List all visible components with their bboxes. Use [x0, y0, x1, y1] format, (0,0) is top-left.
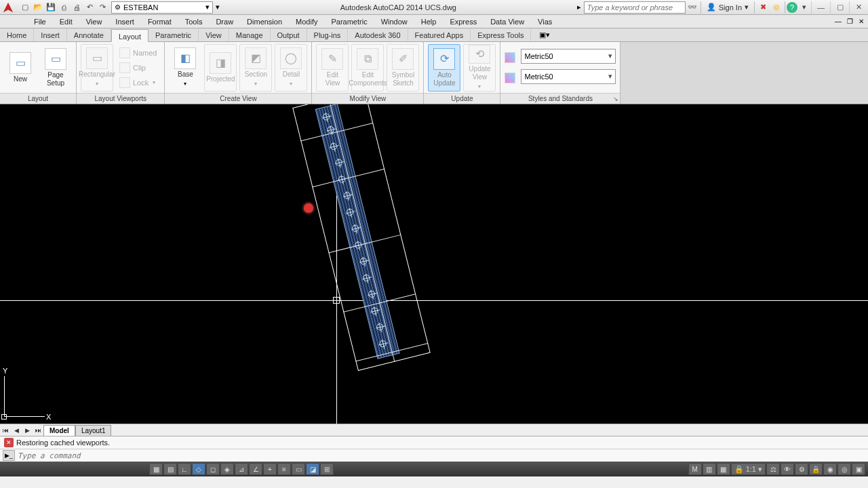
- tab-output[interactable]: Output: [271, 28, 307, 41]
- tab-insert[interactable]: Insert: [34, 28, 67, 41]
- menu-express[interactable]: Express: [443, 15, 484, 28]
- workspace-selector[interactable]: ⚙ ESTEBAN ▾: [111, 1, 213, 14]
- title-expand-icon[interactable]: ▸: [574, 3, 584, 12]
- doc-restore-button[interactable]: ❐: [844, 16, 855, 26]
- save-icon[interactable]: 💾: [45, 1, 57, 14]
- tab-prev-icon[interactable]: ◀: [11, 425, 22, 436]
- help-dropdown-icon[interactable]: ▾: [797, 1, 811, 14]
- drawing-area[interactable]: X Y: [0, 104, 868, 424]
- menu-vias[interactable]: Vias: [531, 15, 559, 28]
- qp-toggle[interactable]: ◪: [306, 463, 319, 475]
- symbol-sketch-button[interactable]: ✐ Symbol Sketch: [387, 44, 419, 92]
- menu-modify[interactable]: Modify: [289, 15, 324, 28]
- clean-screen[interactable]: ▣: [852, 463, 865, 475]
- signin-button[interactable]: 👤 Sign In ▾: [703, 3, 753, 12]
- edit-view-button[interactable]: ✎ Edit View: [316, 44, 349, 92]
- isolate-objects[interactable]: ◎: [837, 463, 851, 475]
- tab-manage[interactable]: Manage: [229, 28, 271, 41]
- quickview-drawings[interactable]: ▦: [717, 463, 730, 475]
- tab-next-icon[interactable]: ▶: [22, 425, 33, 436]
- dyn-toggle[interactable]: +: [263, 463, 277, 475]
- rectangular-button[interactable]: ▭ Rectangular ▾: [81, 44, 113, 92]
- menu-dimension[interactable]: Dimension: [240, 15, 289, 28]
- quickview-layouts[interactable]: ▥: [703, 463, 716, 475]
- tab-home[interactable]: Home: [0, 28, 34, 41]
- tab-express[interactable]: Express Tools: [471, 28, 531, 41]
- tab-last-icon[interactable]: ⏭: [33, 425, 43, 436]
- help-search-input[interactable]: [584, 1, 686, 14]
- tab-model[interactable]: Model: [43, 425, 75, 436]
- close-button[interactable]: ✕: [849, 1, 868, 14]
- clip-viewport-button[interactable]: Clip: [116, 61, 160, 75]
- projected-view-button[interactable]: ◨ Projected: [204, 44, 237, 92]
- detail-view-button[interactable]: ◯ Detail ▾: [275, 44, 307, 92]
- close-cmdline-icon[interactable]: ✕: [4, 438, 14, 447]
- open-icon[interactable]: 📂: [32, 1, 44, 14]
- tab-featured[interactable]: Featured Apps: [408, 28, 471, 41]
- workspace-switch[interactable]: ⚙: [795, 463, 808, 475]
- autodesk360-icon[interactable]: ◎: [770, 1, 783, 14]
- menu-format[interactable]: Format: [141, 15, 178, 28]
- menu-edit[interactable]: Edit: [53, 15, 79, 28]
- otrack-toggle[interactable]: ⊿: [235, 463, 248, 475]
- print-icon[interactable]: 🖨: [71, 1, 83, 14]
- command-prompt-icon[interactable]: ▶_: [3, 450, 15, 461]
- annovisibility-toggle[interactable]: 👁: [781, 463, 794, 475]
- panel-expand-icon[interactable]: ↘: [613, 96, 618, 102]
- sc-toggle[interactable]: ⊞: [320, 463, 334, 475]
- section-view-button[interactable]: ◩ Section ▾: [239, 44, 272, 92]
- polar-toggle[interactable]: ◇: [192, 463, 205, 475]
- undo-icon[interactable]: ↶: [83, 1, 96, 14]
- menu-view[interactable]: View: [79, 15, 109, 28]
- tab-annotate[interactable]: Annotate: [67, 28, 111, 41]
- tab-first-icon[interactable]: ⏮: [0, 425, 11, 436]
- qat-expand-icon[interactable]: ▾: [213, 3, 222, 12]
- snap-toggle[interactable]: ▦: [149, 463, 163, 475]
- maximize-button[interactable]: ▢: [830, 1, 849, 14]
- new-layout-button[interactable]: ▭ New: [4, 44, 37, 92]
- hardware-accel[interactable]: ◉: [823, 463, 837, 475]
- doc-close-button[interactable]: ✕: [856, 16, 867, 26]
- menu-help[interactable]: Help: [414, 15, 443, 28]
- edit-components-button[interactable]: ⧉ Edit Components: [351, 44, 384, 92]
- tab-view[interactable]: View: [199, 28, 229, 41]
- menu-insert[interactable]: Insert: [108, 15, 141, 28]
- tab-layout1[interactable]: Layout1: [75, 425, 112, 436]
- page-setup-button[interactable]: ▭ Page Setup: [39, 44, 72, 92]
- osnap-toggle[interactable]: ◻: [206, 463, 220, 475]
- search-icon[interactable]: 👓: [686, 1, 699, 14]
- ribbon-endcap-icon[interactable]: ▣▾: [531, 28, 558, 41]
- annotation-scale[interactable]: 🔒 1:1 ▾: [731, 463, 766, 475]
- menu-draw[interactable]: Draw: [209, 15, 240, 28]
- plot-icon[interactable]: ⎙: [58, 1, 70, 14]
- menu-parametric[interactable]: Parametric: [324, 15, 374, 28]
- section-style-combo[interactable]: Metric50: [521, 49, 616, 64]
- toolbar-lock[interactable]: 🔒: [809, 463, 823, 475]
- menu-tools[interactable]: Tools: [178, 15, 210, 28]
- annoscale-toggle[interactable]: ⚖: [766, 463, 780, 475]
- model-paper-toggle[interactable]: M: [688, 463, 702, 475]
- tab-parametric[interactable]: Parametric: [149, 28, 199, 41]
- osnap3d-toggle[interactable]: ◈: [220, 463, 234, 475]
- lock-viewport-button[interactable]: Lock▾: [116, 76, 160, 89]
- tpy-toggle[interactable]: ▭: [292, 463, 305, 475]
- tab-autodesk360[interactable]: Autodesk 360: [348, 28, 408, 41]
- ortho-toggle[interactable]: ∟: [178, 463, 191, 475]
- new-icon[interactable]: ▢: [19, 1, 31, 14]
- exchange-icon[interactable]: ✖: [756, 1, 770, 14]
- app-logo[interactable]: [1, 1, 15, 14]
- named-viewport-button[interactable]: Named: [116, 46, 160, 60]
- minimize-button[interactable]: —: [811, 1, 830, 14]
- lwt-toggle[interactable]: ≡: [277, 463, 291, 475]
- doc-minimize-button[interactable]: —: [833, 16, 844, 26]
- menu-file[interactable]: File: [27, 15, 53, 28]
- ducs-toggle[interactable]: ∠: [249, 463, 262, 475]
- auto-update-button[interactable]: ⟳ Auto Update: [428, 44, 460, 92]
- tab-layout[interactable]: Layout: [111, 29, 149, 42]
- tab-plugins[interactable]: Plug-ins: [307, 28, 349, 41]
- menu-window[interactable]: Window: [374, 15, 414, 28]
- update-view-button[interactable]: ⟲ Update View ▾: [463, 44, 496, 92]
- grid-toggle[interactable]: ▤: [163, 463, 177, 475]
- detail-style-combo[interactable]: Metric50: [521, 69, 616, 84]
- redo-icon[interactable]: ↷: [96, 1, 108, 14]
